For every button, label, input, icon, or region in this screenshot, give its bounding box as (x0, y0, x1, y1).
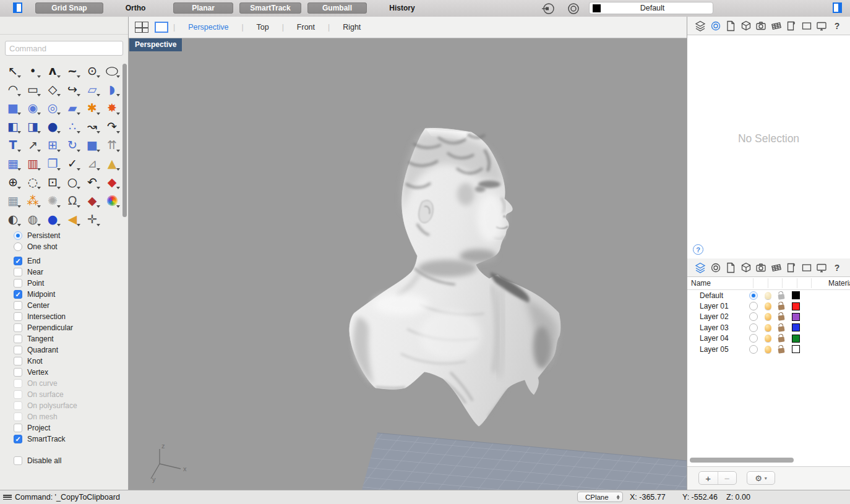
layers-horizontal-scrollbar[interactable] (690, 458, 794, 463)
panel-icon-display[interactable] (739, 261, 753, 275)
osnap-near[interactable]: Near (0, 267, 128, 278)
toggle-ortho[interactable]: Ortho (115, 2, 156, 14)
panel-icon-named-views[interactable] (784, 19, 798, 33)
osnap-project[interactable]: Project (0, 422, 128, 434)
cplane-selector[interactable]: CPlane ▲▼ (577, 492, 623, 502)
panel-icon-layers[interactable] (693, 19, 707, 33)
color-wheel-icon[interactable] (102, 191, 122, 210)
viewport-tab-right[interactable]: Right (330, 23, 374, 32)
panel-icon-screen[interactable] (815, 261, 828, 275)
osnap-intersection[interactable]: Intersection (0, 311, 128, 322)
extrude-icon[interactable]: ⇈ (102, 135, 122, 154)
remove-layer-button[interactable]: − (718, 472, 737, 484)
osnap-smarttrack[interactable]: SmartTrack (0, 434, 128, 445)
lock-icon[interactable]: Ω (62, 191, 82, 210)
checkbox-control[interactable] (14, 379, 22, 388)
checkbox-control[interactable] (14, 312, 22, 321)
osnap-vertex[interactable]: Vertex (0, 367, 128, 378)
checkbox-control[interactable] (14, 346, 22, 354)
layer-name[interactable]: Layer 05 (687, 345, 746, 354)
viewport-tab-front[interactable]: Front (284, 23, 328, 32)
layer-current-radio[interactable] (749, 291, 758, 300)
rectangle-icon[interactable]: ▭ (23, 80, 43, 98)
surface-grid-icon[interactable]: ▰ (62, 98, 82, 117)
checkbox-control[interactable] (14, 435, 22, 443)
viewport-tab-perspective[interactable]: Perspective (175, 23, 241, 32)
boolean-union-icon[interactable]: ● (43, 117, 62, 135)
wireframe-sphere-icon[interactable]: ◍ (23, 210, 43, 228)
layer-current-radio[interactable] (749, 302, 758, 310)
primitive-tools-icon[interactable]: ⊿ (82, 154, 102, 173)
panel-icon-screen[interactable] (815, 19, 828, 33)
solid-box-icon[interactable]: ■ (3, 98, 23, 117)
point-icon[interactable]: • (23, 61, 43, 80)
command-input[interactable] (5, 41, 123, 56)
toggle-grid-snap[interactable]: Grid Snap (35, 2, 103, 14)
command-history-icon[interactable] (3, 495, 12, 500)
checkbox-control[interactable] (14, 279, 22, 288)
shaded-sphere-icon[interactable]: ◐ (3, 210, 23, 228)
named-view-car-icon[interactable]: ◆ (102, 173, 122, 191)
layer-lock-icon[interactable] (778, 294, 784, 299)
toggle-gumball[interactable]: Gumball (307, 2, 367, 14)
checkbox-control[interactable] (14, 390, 22, 399)
undo-view-icon[interactable]: ↶ (82, 173, 102, 191)
dimension-icon[interactable]: ✛ (82, 210, 102, 228)
panel-icon-properties[interactable] (709, 261, 723, 275)
layer-color-swatch[interactable] (792, 335, 800, 343)
curve-through-points-icon[interactable]: ʌ (43, 61, 62, 80)
flow-along-icon[interactable]: ◀ (62, 210, 82, 228)
panel-icon-materials[interactable] (770, 261, 783, 275)
solid-cube-icon[interactable]: ■ (82, 135, 102, 154)
osnap-tangent[interactable]: Tangent (0, 333, 128, 344)
cone-icon[interactable]: ▲ (102, 154, 122, 173)
toggle-smarttrack[interactable]: SmartTrack (239, 2, 301, 14)
layer-visibility-bulb-icon[interactable] (765, 346, 771, 353)
toggle-planar[interactable]: Planar (173, 2, 233, 14)
checkbox-control[interactable] (14, 323, 22, 332)
checkbox-control[interactable] (14, 456, 22, 465)
layer-row[interactable]: Layer 01 (687, 301, 850, 311)
layer-lock-icon[interactable] (778, 304, 784, 310)
checkbox-control[interactable] (14, 290, 22, 299)
curve-fillet-icon[interactable]: ↪ (62, 80, 82, 98)
layer-row[interactable]: Layer 04 (687, 333, 850, 344)
layer-visibility-bulb-icon[interactable] (765, 313, 771, 320)
panel-icon-layout[interactable] (800, 19, 814, 33)
panel-icon-display[interactable] (739, 19, 753, 33)
layer-color-swatch[interactable] (792, 291, 800, 299)
layer-visibility-bulb-icon[interactable] (765, 324, 771, 331)
four-viewports-icon[interactable] (135, 22, 148, 33)
panel-icon-notes[interactable] (724, 261, 737, 275)
ellipse-icon[interactable]: ◯ (102, 61, 122, 80)
check-selection-icon[interactable]: ✓ (62, 154, 82, 173)
array-icon[interactable]: ▦ (3, 154, 23, 173)
solid-torus-icon[interactable]: ◎ (43, 98, 62, 117)
explode-icon[interactable]: ✸ (102, 98, 122, 117)
rendered-sphere-icon[interactable]: ● (43, 210, 62, 228)
panel-icon-named-views[interactable] (784, 261, 798, 275)
layer-name[interactable]: Default (687, 291, 746, 300)
layer-row[interactable]: Layer 05 (687, 344, 850, 354)
record-history-icon[interactable] (541, 2, 556, 15)
layer-lock-icon[interactable] (778, 337, 784, 343)
layer-lock-icon[interactable] (778, 326, 784, 331)
viewport-title-badge[interactable]: Perspective (129, 38, 182, 51)
radio-control[interactable] (14, 231, 22, 240)
toggle-right-sidebar-icon[interactable] (833, 2, 842, 13)
panel-icon-layers[interactable] (693, 261, 707, 275)
control-point-curve-icon[interactable]: ~ (62, 61, 82, 80)
polygon-icon[interactable]: ◇ (43, 80, 62, 98)
layer-color-swatch[interactable] (792, 302, 800, 310)
layers-gear-menu-button[interactable]: ⚙ ▾ (747, 471, 775, 485)
text-object-icon[interactable]: T (3, 135, 23, 154)
checkbox-control[interactable] (14, 412, 22, 421)
checkbox-control[interactable] (14, 357, 22, 365)
osnap-midpoint[interactable]: Midpoint (0, 289, 128, 300)
osnap-on-curve[interactable]: On curve (0, 378, 128, 389)
layer-color-swatch[interactable] (792, 323, 800, 331)
toggle-left-sidebar-icon[interactable] (13, 2, 22, 13)
layer-name[interactable]: Layer 02 (687, 312, 746, 321)
select-pointer-icon[interactable]: ↖ (3, 61, 23, 80)
layer-row[interactable]: Default (687, 290, 850, 301)
